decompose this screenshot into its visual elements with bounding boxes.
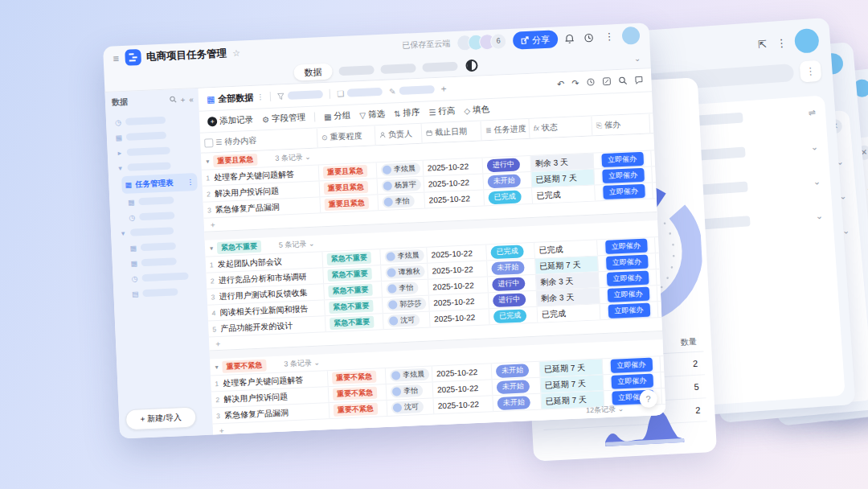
share-button[interactable]: 分享: [513, 30, 559, 49]
cell-status[interactable]: 已延期 7 天: [535, 256, 599, 273]
new-import-button[interactable]: + 新建/导入: [125, 406, 197, 430]
collaborator-avatars[interactable]: 6: [457, 33, 507, 51]
cell-priority[interactable]: 紧急不重要: [324, 281, 383, 299]
cell-owner[interactable]: 郭莎莎: [383, 296, 430, 314]
cell-owner[interactable]: 李怡: [387, 382, 434, 400]
more-options-icon[interactable]: ⋮: [186, 178, 194, 186]
chevron-down-icon[interactable]: ⌄: [634, 53, 641, 62]
cell-urge[interactable]: 立即催办: [597, 237, 656, 255]
urge-now-button[interactable]: 立即催办: [602, 168, 645, 183]
collapse-arrow-icon[interactable]: ▾: [210, 244, 213, 252]
collapse-arrow-icon[interactable]: ▾: [206, 158, 209, 165]
more-options-icon[interactable]: ⋮: [800, 60, 822, 83]
redo-icon[interactable]: ↷: [571, 78, 579, 88]
group-button[interactable]: ▦ 分组: [324, 110, 351, 122]
collapse-arrow-icon[interactable]: ▾: [215, 364, 218, 371]
cell-urge[interactable]: 立即催办: [593, 150, 652, 168]
column-header-progress[interactable]: ≣ 任务进度: [481, 119, 530, 141]
add-record-button[interactable]: + 添加记录: [207, 114, 254, 127]
search-icon[interactable]: [169, 96, 176, 105]
cell-urge[interactable]: 立即催办: [603, 372, 661, 390]
cell-urge[interactable]: 立即催办: [599, 269, 657, 287]
more-options-icon[interactable]: ⋮: [603, 31, 616, 43]
cell-due-date[interactable]: 2025-10-22: [432, 364, 493, 381]
cell-status[interactable]: 已完成: [532, 185, 596, 203]
chevron-down-icon[interactable]: ⌄: [813, 176, 821, 187]
cell-urge[interactable]: 立即催办: [600, 302, 659, 319]
add-icon[interactable]: +: [180, 95, 185, 104]
urge-now-button[interactable]: 立即催办: [605, 239, 648, 254]
tab-data[interactable]: 数据: [293, 64, 333, 81]
cell-owner[interactable]: 李炫晨: [377, 161, 424, 179]
cell-due-date[interactable]: 2025-10-22: [430, 309, 490, 327]
cell-due-date[interactable]: 2025-10-22: [424, 158, 484, 176]
tab-placeholder[interactable]: [338, 65, 374, 76]
view-placeholder-gallery[interactable]: ❏: [337, 87, 383, 97]
cell-priority[interactable]: 重要且紧急: [320, 179, 379, 196]
more-options-icon[interactable]: ⋮: [256, 92, 264, 101]
chevron-down-icon[interactable]: ⌄: [815, 211, 823, 222]
cell-owner[interactable]: 李炫晨: [386, 367, 433, 384]
cell-status[interactable]: 已延期 7 天: [531, 169, 595, 187]
cell-progress[interactable]: 进行中: [482, 156, 531, 174]
cell-progress[interactable]: 已完成: [489, 307, 538, 325]
cell-priority[interactable]: 紧急不重要: [323, 265, 382, 283]
urge-now-button[interactable]: 立即催办: [607, 287, 649, 302]
add-view-icon[interactable]: +: [440, 83, 447, 94]
cell-urge[interactable]: 立即催办: [598, 253, 657, 271]
cell-owner[interactable]: 杨算宇: [377, 177, 424, 195]
column-header-priority[interactable]: ⊙ 重要程度: [317, 125, 376, 147]
more-options-icon[interactable]: ⋮: [775, 36, 788, 49]
record-count-footer[interactable]: 12条记录 ⌄: [586, 404, 624, 416]
group-record-count[interactable]: 3 条记录 ⌄: [284, 357, 320, 369]
cell-owner[interactable]: 李炫晨: [380, 248, 428, 265]
cell-progress[interactable]: 已完成: [484, 188, 533, 206]
cell-owner[interactable]: 沈可: [383, 312, 431, 330]
cell-urge[interactable]: 立即催办: [594, 166, 653, 184]
cell-priority[interactable]: 重要且紧急: [319, 162, 378, 180]
comment-icon[interactable]: [634, 75, 644, 85]
cell-progress[interactable]: 未开始: [487, 259, 536, 277]
group-record-count[interactable]: 5 条记录 ⌄: [279, 238, 315, 250]
launch-icon[interactable]: ⇱: [755, 38, 768, 51]
cell-urge[interactable]: 立即催办: [595, 183, 653, 200]
view-placeholder-filter[interactable]: [277, 90, 323, 100]
cell-priority[interactable]: 重要不紧急: [329, 384, 387, 402]
swap-icon[interactable]: ⇌: [808, 107, 816, 118]
cell-owner[interactable]: 沈可: [387, 398, 435, 416]
history-icon[interactable]: [586, 77, 596, 88]
cell-urge[interactable]: 立即催办: [600, 286, 658, 303]
hamburger-menu-icon[interactable]: ≡: [113, 52, 119, 64]
sidebar-item[interactable]: ▤: [120, 283, 203, 302]
theme-toggle-icon[interactable]: [465, 59, 478, 72]
cell-urge[interactable]: 立即催办: [603, 356, 661, 374]
cell-progress[interactable]: 未开始: [483, 172, 532, 190]
fill-color-button[interactable]: ◇ 填色: [464, 104, 489, 116]
search-icon[interactable]: [618, 76, 628, 86]
chevron-down-icon[interactable]: ⌄: [810, 142, 818, 153]
edit-icon[interactable]: [602, 76, 612, 87]
view-placeholder-form[interactable]: ✎: [389, 85, 435, 96]
cell-status[interactable]: 已延期 7 天: [540, 359, 604, 376]
history-icon[interactable]: [583, 32, 597, 43]
cell-due-date[interactable]: 2025-10-22: [433, 380, 493, 397]
notification-icon[interactable]: [564, 33, 578, 44]
cell-owner[interactable]: 李怡: [382, 280, 429, 298]
view-tab-all-data[interactable]: ▦ 全部数据 ⋮: [207, 91, 264, 105]
row-height-button[interactable]: ☰ 行高: [428, 105, 456, 117]
column-header-urge[interactable]: ⎘ 催办: [592, 113, 650, 135]
cell-due-date[interactable]: 2025-10-22: [428, 277, 489, 294]
sidebar-item-task-table[interactable]: ▦任务管理表⋮: [121, 173, 198, 194]
cell-progress[interactable]: 未开始: [493, 378, 542, 396]
column-header-status[interactable]: fx 状态: [529, 117, 592, 138]
cell-priority[interactable]: 紧急不重要: [326, 314, 384, 331]
urge-now-button[interactable]: 立即催办: [611, 374, 653, 389]
urge-now-button[interactable]: 立即催办: [610, 358, 653, 373]
cell-status[interactable]: 已延期 7 天: [540, 375, 604, 392]
cell-priority[interactable]: 紧急不重要: [322, 249, 381, 267]
cell-progress[interactable]: 进行中: [489, 291, 538, 309]
cell-priority[interactable]: 重要且紧急: [320, 195, 379, 212]
cell-due-date[interactable]: 2025-10-22: [429, 293, 489, 310]
urge-now-button[interactable]: 立即催办: [608, 303, 650, 318]
cell-due-date[interactable]: 2025-10-22: [424, 190, 485, 208]
